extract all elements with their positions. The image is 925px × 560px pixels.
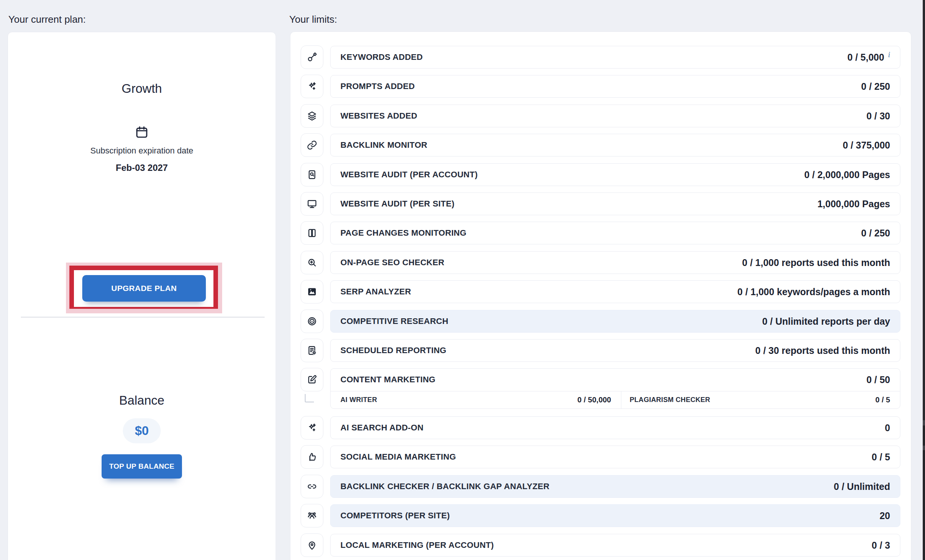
balance-pill: $0 <box>123 418 161 443</box>
limit-value: 0 / 5 <box>875 396 890 404</box>
top-up-balance-button[interactable]: TOP UP BALANCE <box>102 454 182 479</box>
limit-label: BACKLINK MONITOR <box>340 140 427 150</box>
divider <box>21 317 265 318</box>
limit-value: 0 / 2,000,000 Pages <box>804 169 890 180</box>
limit-label: WEBSITE AUDIT (PER ACCOUNT) <box>340 170 478 180</box>
limit-label: WEBSITES ADDED <box>340 111 417 121</box>
limit-row: WEBSITE AUDIT (PER SITE)1,000,000 Pages <box>330 192 900 215</box>
limit-label: PAGE CHANGES MONITORING <box>340 228 466 238</box>
search-plus-icon <box>301 251 323 274</box>
limit-value: 20 <box>880 510 890 521</box>
pages-icon <box>301 221 323 245</box>
limit-value: 0 / Unlimited reports per day <box>762 316 890 327</box>
limit-label: KEYWORDS ADDED <box>340 52 423 62</box>
balance-amount: $0 <box>135 424 149 438</box>
limit-row: SCHEDULED REPORTING0 / 30 reports used t… <box>330 339 900 362</box>
limit-value: 0 / Unlimited <box>834 481 890 492</box>
limit-row: PAGE CHANGES MONITORING0 / 250 <box>330 222 900 244</box>
limit-label: SERP ANALYZER <box>340 287 411 297</box>
limit-label: COMPETITORS (PER SITE) <box>340 511 450 521</box>
limit-value: 0 / 30 <box>866 111 890 122</box>
limit-value: 0 / 5,000i <box>847 52 890 63</box>
limits-card: KEYWORDS ADDED0 / 5,000iPROMPTS ADDED0 /… <box>290 31 911 560</box>
upgrade-plan-button[interactable]: UPGRADE PLAN <box>82 275 206 302</box>
limit-value: 0 / 3 <box>872 540 890 551</box>
limit-label: ON-PAGE SEO CHECKER <box>340 258 444 267</box>
limit-label: AI SEARCH ADD-ON <box>340 423 423 433</box>
expiration-date: Feb-03 2027 <box>8 163 276 173</box>
limit-row-main: CONTENT MARKETING0 / 50 <box>331 369 900 391</box>
limit-label: BACKLINK CHECKER / BACKLINK GAP ANALYZER <box>340 482 549 491</box>
limit-row: COMPETITIVE RESEARCH0 / Unlimited report… <box>330 310 900 333</box>
thumbs-up-icon <box>301 445 323 469</box>
limit-value: 0 / 50 <box>866 374 890 385</box>
image-chart-icon <box>301 280 323 303</box>
limit-value: 0 / 30 reports used this month <box>755 345 890 356</box>
limit-label: PROMPTS ADDED <box>340 81 415 91</box>
limit-row: PROMPTS ADDED0 / 250 <box>330 75 900 98</box>
target-icon <box>301 310 323 333</box>
subrow-connector-icon <box>305 394 314 402</box>
plan-name: Growth <box>8 81 276 96</box>
limit-label: CONTENT MARKETING <box>340 375 436 385</box>
chain-link-icon <box>301 133 323 157</box>
limit-subrow: AI WRITER0 / 50,000PLAGIARISM CHECKER0 /… <box>331 391 900 408</box>
info-icon[interactable]: i <box>888 50 890 59</box>
limit-value: 0 / 50,000 <box>577 396 611 404</box>
limit-label: COMPETITIVE RESEARCH <box>340 316 448 326</box>
limit-value: 0 <box>885 422 890 433</box>
limit-row: AI SEARCH ADD-ON0 <box>330 416 900 439</box>
document-search-icon <box>301 163 323 186</box>
limit-value: 0 / 1,000 reports used this month <box>742 257 890 268</box>
current-plan-card: Growth Subscription expiration date Feb-… <box>8 32 276 560</box>
limit-value: 0 / 250 <box>861 228 890 239</box>
limit-label: AI WRITER <box>340 396 377 404</box>
limit-label: SCHEDULED REPORTING <box>340 346 447 355</box>
limit-label: PLAGIARISM CHECKER <box>630 396 710 404</box>
limit-row: BACKLINK MONITOR0 / 375,000 <box>330 134 900 156</box>
limits-heading: Your limits: <box>289 14 337 25</box>
limit-value: 0 / 250 <box>861 81 890 92</box>
layers-icon <box>301 104 323 128</box>
limit-value: 0 / 5 <box>872 452 890 463</box>
limit-row: KEYWORDS ADDED0 / 5,000i <box>330 46 900 69</box>
limit-value: 0 / 375,000 <box>843 140 890 151</box>
limit-subcell: PLAGIARISM CHECKER0 / 5 <box>621 391 900 408</box>
subscription-limits-page: Your current plan: Your limits: Growth S… <box>0 0 925 560</box>
link-icon <box>301 475 323 498</box>
limit-row: COMPETITORS (PER SITE)20 <box>330 504 900 527</box>
limit-row: SERP ANALYZER0 / 1,000 keywords/pages a … <box>330 280 900 303</box>
calendar-icon <box>134 125 149 141</box>
key-icon <box>301 45 323 69</box>
edit-icon <box>301 368 323 391</box>
expiration-label: Subscription expiration date <box>8 146 276 156</box>
limit-row: LOCAL MARKETING (PER ACCOUNT)0 / 3 <box>330 534 900 557</box>
limit-value: 0 / 1,000 keywords/pages a month <box>737 286 890 297</box>
limit-row: SOCIAL MEDIA MARKETING0 / 5 <box>330 446 900 468</box>
limit-row-content-marketing: CONTENT MARKETING0 / 50AI WRITER0 / 50,0… <box>330 368 900 409</box>
limit-row: BACKLINK CHECKER / BACKLINK GAP ANALYZER… <box>330 475 900 498</box>
report-gear-icon <box>301 339 323 362</box>
limit-row: ON-PAGE SEO CHECKER0 / 1,000 reports use… <box>330 251 900 274</box>
limit-row: WEBSITE AUDIT (PER ACCOUNT)0 / 2,000,000… <box>330 163 900 186</box>
current-plan-heading: Your current plan: <box>8 14 86 25</box>
users-icon <box>301 504 323 527</box>
limit-label: LOCAL MARKETING (PER ACCOUNT) <box>340 540 494 550</box>
window-edge-scrollbar[interactable] <box>923 0 925 560</box>
limit-label: WEBSITE AUDIT (PER SITE) <box>340 199 455 209</box>
limit-value: 1,000,000 Pages <box>817 199 890 210</box>
balance-heading: Balance <box>8 393 276 408</box>
pin-icon <box>301 533 323 557</box>
sparkles-icon <box>301 416 323 440</box>
limit-row: WEBSITES ADDED0 / 30 <box>330 105 900 127</box>
sparkles-icon <box>301 75 323 98</box>
monitor-icon <box>301 192 323 216</box>
limit-label: SOCIAL MEDIA MARKETING <box>340 452 456 462</box>
limit-subcell: AI WRITER0 / 50,000 <box>331 391 621 408</box>
